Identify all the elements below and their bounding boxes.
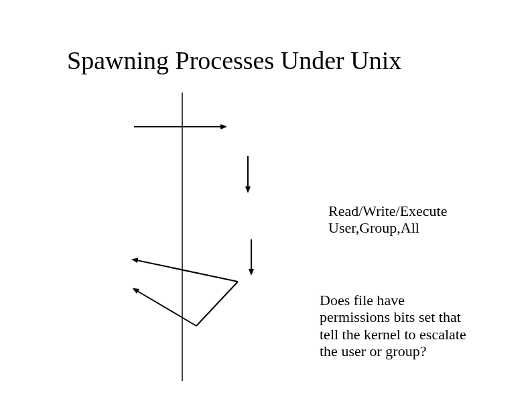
escalation-question: Does file have permissions bits set that… (320, 292, 467, 359)
arrow-diagonal-upper (133, 260, 238, 282)
permissions-label: Read/Write/Execute User,Group,All (328, 203, 447, 237)
arrow-diagonal-lower (134, 289, 196, 326)
permissions-line2: User,Group,All (328, 219, 419, 236)
v-shape-right (196, 282, 238, 326)
permissions-line1: Read/Write/Execute (328, 203, 447, 219)
